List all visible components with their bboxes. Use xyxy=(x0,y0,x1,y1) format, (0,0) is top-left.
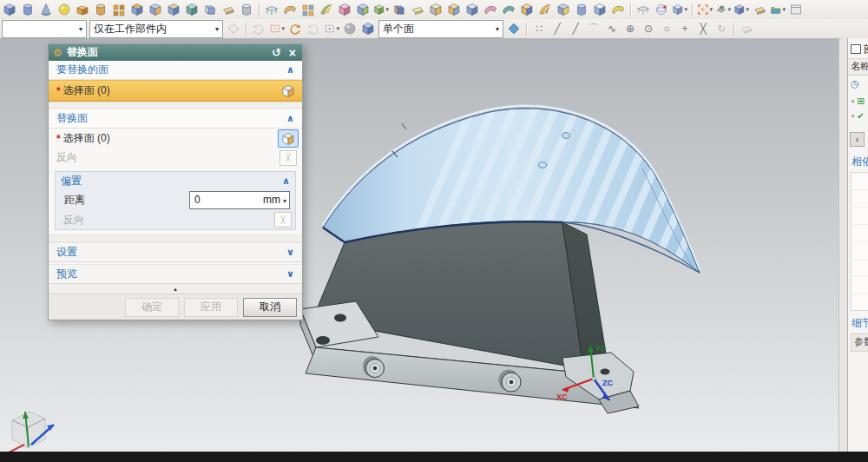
dialog-titlebar[interactable]: 替换面 xyxy=(49,44,302,61)
graphics-window[interactable]: XC YC ZC 替换面 xyxy=(0,38,868,452)
face-rule-combo[interactable]: 单个面 ▾ xyxy=(378,20,503,38)
bounded-plane-icon[interactable] xyxy=(282,2,298,17)
thicken-icon[interactable] xyxy=(483,2,498,17)
trim-body-icon[interactable] xyxy=(519,2,535,17)
snap-point-toggle-icon[interactable]: ∷ xyxy=(531,21,547,36)
plane-tool-icon[interactable] xyxy=(739,21,754,36)
reverse-direction-icon[interactable] xyxy=(274,212,292,228)
fit-view-icon[interactable]: ▾ xyxy=(697,2,713,17)
rotate-point-icon[interactable]: ↻ xyxy=(713,21,729,36)
control-point-snap-icon[interactable]: ⌒ xyxy=(586,21,602,36)
block-icon[interactable] xyxy=(2,2,17,17)
render-style-icon[interactable]: ▾ xyxy=(715,2,731,17)
ok-button[interactable]: 确定 xyxy=(125,298,179,317)
pattern-geometry-icon[interactable] xyxy=(574,2,589,17)
selection-filter-icon[interactable] xyxy=(226,21,241,36)
dialog-collapse-handle[interactable] xyxy=(49,284,302,294)
settings-section[interactable]: 设置 xyxy=(49,242,302,262)
dependencies-list[interactable] xyxy=(851,172,868,311)
unite-icon[interactable] xyxy=(446,2,462,17)
unit-dropdown-caret-icon[interactable] xyxy=(283,194,286,206)
section-replacement-face[interactable]: 替换面 xyxy=(49,109,302,129)
emboss-sheet-icon[interactable] xyxy=(610,2,626,17)
dialog-reset-icon[interactable] xyxy=(272,46,281,59)
mirror-feature-icon[interactable] xyxy=(556,2,571,17)
selection-scope-combo[interactable]: 仅在工作部件内 ▾ xyxy=(89,20,223,38)
capture-region-icon[interactable]: ▾ xyxy=(269,21,285,36)
solid-select-icon[interactable] xyxy=(360,21,376,36)
offset-region-icon[interactable]: ▾ xyxy=(373,2,389,17)
direction-toggle-icon[interactable] xyxy=(506,21,522,36)
chevron-down-icon[interactable] xyxy=(286,268,294,280)
target-face-select-row[interactable]: * 选择面 (0) xyxy=(49,80,302,102)
midpoint-snap-icon[interactable]: ╱ xyxy=(568,21,583,36)
apply-button[interactable]: 应用 xyxy=(184,298,238,317)
part-navigator-panel[interactable]: 部 名称 相依 细节 参数 xyxy=(847,38,868,452)
chevron-up-icon[interactable] xyxy=(286,64,294,76)
scroll-left-button[interactable] xyxy=(850,132,865,147)
face-select-cube-icon-active[interactable] xyxy=(278,129,299,148)
tree-expand-icon[interactable] xyxy=(851,111,855,121)
preview-section[interactable]: 预览 xyxy=(49,264,302,284)
rib-icon[interactable] xyxy=(184,2,200,17)
hole-icon[interactable] xyxy=(166,2,181,17)
emboss-icon[interactable] xyxy=(111,2,127,17)
snapshot-folder-icon[interactable]: ▾ xyxy=(770,2,786,17)
shell-icon[interactable] xyxy=(75,2,90,17)
section-faces-to-replace[interactable]: 要替换的面 xyxy=(49,61,302,80)
offset-face-icon[interactable] xyxy=(428,2,444,17)
cylinder-icon[interactable] xyxy=(20,2,36,17)
pattern-feature-icon[interactable] xyxy=(300,2,316,17)
sphere-icon[interactable] xyxy=(56,2,72,17)
type-filter-combo[interactable]: ▾ xyxy=(2,20,87,38)
sketch-icon[interactable] xyxy=(220,2,236,17)
sew-icon[interactable] xyxy=(501,2,516,17)
chevron-up-icon[interactable] xyxy=(286,113,294,124)
reverse-direction-icon[interactable] xyxy=(279,150,297,166)
circle-center-snap-icon[interactable]: ○ xyxy=(659,21,674,36)
navigator-name-column-header[interactable]: 名称 xyxy=(848,58,868,76)
history-mode-node[interactable] xyxy=(851,78,859,89)
highlight-body-icon[interactable] xyxy=(342,21,358,36)
chevron-up-icon[interactable] xyxy=(282,175,290,187)
cone-icon[interactable] xyxy=(38,2,54,17)
replacement-face-select-row[interactable]: * 选择面 (0) xyxy=(49,129,302,148)
boss-icon[interactable] xyxy=(93,2,108,17)
offset-group-header[interactable]: 偏置 xyxy=(56,172,295,189)
rectangle-select-icon[interactable]: ▾ xyxy=(324,21,339,36)
extrude-icon[interactable] xyxy=(264,2,279,17)
endpoint-snap-icon[interactable]: ╱ xyxy=(549,21,565,36)
sweep-icon[interactable] xyxy=(319,2,334,17)
datum-csys-icon[interactable] xyxy=(635,2,651,17)
pad-feature-icon[interactable] xyxy=(148,2,163,17)
quadrant-snap-icon[interactable]: ⊕ xyxy=(622,21,638,36)
view-orient-icon[interactable]: ▾ xyxy=(672,2,687,17)
model-history-node[interactable] xyxy=(851,111,865,121)
datum-plane-icon[interactable] xyxy=(202,2,218,17)
assembly-cut-icon[interactable] xyxy=(592,2,608,17)
chevron-down-icon[interactable] xyxy=(286,247,294,258)
pull-face-icon[interactable] xyxy=(410,2,425,17)
distance-input[interactable]: 0 mm xyxy=(189,191,290,209)
shaded-cube-icon[interactable]: ▾ xyxy=(733,2,749,17)
dialog-close-icon[interactable] xyxy=(289,46,296,60)
dialog-menu-gear-icon[interactable] xyxy=(53,47,67,59)
thread-icon[interactable] xyxy=(239,2,254,17)
new-window-icon[interactable] xyxy=(788,2,804,17)
subtract-icon[interactable] xyxy=(464,2,480,17)
redo-selection-icon[interactable] xyxy=(287,21,303,36)
part-navigator-tab[interactable]: 部 xyxy=(851,43,868,57)
point-snap-icon[interactable]: + xyxy=(677,21,693,36)
cancel-button[interactable]: 取消 xyxy=(243,298,297,317)
tree-expand-icon[interactable] xyxy=(851,96,855,106)
previous-selection-icon[interactable] xyxy=(251,21,266,36)
pole-snap-icon[interactable]: ∿ xyxy=(604,21,620,36)
split-body-icon[interactable] xyxy=(537,2,553,17)
arc-center-snap-icon[interactable]: ⊙ xyxy=(641,21,656,36)
model-views-node[interactable] xyxy=(851,96,865,107)
delete-face-icon[interactable] xyxy=(337,2,352,17)
reuse-library-icon[interactable] xyxy=(391,2,407,17)
face-select-cube-icon[interactable] xyxy=(278,82,299,100)
intersection-snap-icon[interactable]: ╳ xyxy=(695,21,711,36)
move-face-icon[interactable] xyxy=(355,2,371,17)
